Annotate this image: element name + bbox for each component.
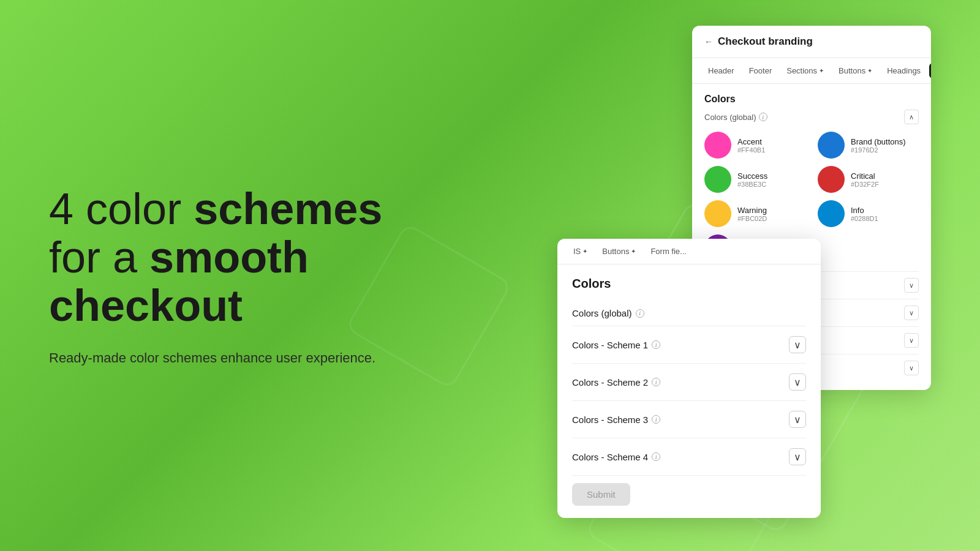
- front-scheme-3-info-icon: i: [652, 415, 660, 424]
- warning-color-name: Warning: [737, 206, 767, 215]
- color-item-warning: Warning #FBC02D: [704, 200, 805, 227]
- color-item-accent: Accent #FF40B1: [704, 132, 805, 159]
- front-panel-tabs: IS ✦ Buttons ✦ Form fie...: [557, 239, 821, 264]
- hero-title: 4 color schemes for a smooth checkout: [49, 185, 382, 331]
- color-item-success: Success #38BE3C: [704, 166, 805, 193]
- hero-title-line2-normal: for a: [49, 233, 137, 282]
- front-scheme-4-label: Colors - Scheme 4: [572, 452, 648, 462]
- tab-footer[interactable]: Footer: [743, 63, 778, 78]
- success-color-hex: #38BE3C: [737, 181, 767, 188]
- warning-color-hex: #FBC02D: [737, 215, 767, 222]
- tab-headings[interactable]: Headings: [881, 63, 927, 78]
- scheme-3-expand-button[interactable]: ∨: [904, 333, 919, 348]
- colors-section-title: Colors: [704, 94, 919, 105]
- front-scheme-row-2: Colors - Scheme 2 i ∨: [572, 364, 806, 401]
- front-global-label: Colors (global): [572, 308, 632, 318]
- colors-global-label: Colors (global) i: [704, 113, 767, 122]
- front-scheme-row-1: Colors - Scheme 1 i ∨: [572, 326, 806, 364]
- panel-back-header: ← Checkout branding: [692, 26, 931, 58]
- accent-color-circle: [704, 132, 731, 159]
- panel-back-tabs: Header Footer Sections ✦ Buttons ✦ Headi…: [692, 58, 931, 84]
- front-scheme-2-label: Colors - Scheme 2: [572, 377, 648, 388]
- front-tab-formfields[interactable]: Form fie...: [644, 244, 693, 259]
- warning-color-circle: [704, 200, 731, 227]
- colors-front-panel: IS ✦ Buttons ✦ Form fie... Colors Colors…: [557, 239, 821, 518]
- front-scheme-1-label: Colors - Scheme 1: [572, 340, 648, 350]
- accent-color-name: Accent: [737, 137, 765, 146]
- front-scheme-4-info-icon: i: [652, 452, 660, 461]
- front-scheme-3-expand-button[interactable]: ∨: [789, 411, 806, 428]
- front-global-info-icon: i: [636, 309, 644, 318]
- tab-buttons[interactable]: Buttons ✦: [832, 63, 878, 78]
- success-color-circle: [704, 166, 731, 193]
- front-scheme-row-4: Colors - Scheme 4 i ∨: [572, 438, 806, 476]
- color-item-critical: Critical #D32F2F: [818, 166, 919, 193]
- front-scheme-2-expand-button[interactable]: ∨: [789, 373, 806, 391]
- tab-sections[interactable]: Sections ✦: [780, 63, 830, 78]
- success-color-name: Success: [737, 171, 767, 181]
- hero-title-line2-bold: smooth: [149, 233, 309, 282]
- color-item-brand: Brand (buttons) #1976D2: [818, 132, 919, 159]
- brand-color-name: Brand (buttons): [851, 137, 906, 146]
- scheme-2-expand-button[interactable]: ∨: [904, 305, 919, 320]
- brand-color-hex: #1976D2: [851, 146, 906, 154]
- scheme-4-expand-button[interactable]: ∨: [904, 361, 919, 375]
- panel-back-title: Checkout branding: [718, 36, 813, 48]
- accent-color-hex: #FF40B1: [737, 146, 765, 154]
- critical-color-circle: [818, 166, 845, 193]
- brand-color-circle: [818, 132, 845, 159]
- collapse-global-button[interactable]: ∧: [904, 110, 919, 124]
- tab-colors[interactable]: Colors: [929, 63, 931, 78]
- tab-header[interactable]: Header: [702, 63, 741, 78]
- global-info-icon: i: [759, 113, 767, 121]
- info-color-circle: [818, 200, 845, 227]
- info-color-hex: #0288D1: [851, 215, 878, 222]
- front-scheme-row-3: Colors - Scheme 3 i ∨: [572, 401, 806, 438]
- back-button[interactable]: ←: [704, 37, 713, 47]
- hero-title-line1-bold: schemes: [194, 184, 382, 233]
- front-tab-is[interactable]: IS ✦: [567, 244, 594, 259]
- hero-subtitle: Ready-made color schemes enhance user ex…: [49, 350, 382, 366]
- hero-title-line3-bold: checkout: [49, 282, 243, 331]
- front-panel-body: Colors Colors (global) i Colors - Scheme…: [557, 264, 821, 518]
- front-scheme-3-label: Colors - Scheme 3: [572, 414, 648, 425]
- hero-title-line1-normal: 4 color: [49, 184, 181, 233]
- color-item-info: Info #0288D1: [818, 200, 919, 227]
- hero-content: 4 color schemes for a smooth checkout Re…: [49, 185, 382, 366]
- colors-global-header: Colors (global) i ∧: [704, 110, 919, 124]
- front-panel-submit-button[interactable]: Submit: [572, 483, 630, 506]
- critical-color-hex: #D32F2F: [851, 181, 879, 188]
- critical-color-name: Critical: [851, 171, 879, 181]
- front-section-title: Colors: [572, 277, 806, 291]
- front-scheme-2-info-icon: i: [652, 378, 660, 386]
- front-global-row: Colors (global) i: [572, 301, 806, 326]
- scheme-1-expand-button[interactable]: ∨: [904, 278, 919, 293]
- info-color-name: Info: [851, 206, 878, 215]
- front-scheme-1-expand-button[interactable]: ∨: [789, 336, 806, 353]
- front-scheme-4-expand-button[interactable]: ∨: [789, 448, 806, 465]
- front-tab-buttons[interactable]: Buttons ✦: [596, 244, 642, 259]
- front-scheme-1-info-icon: i: [652, 340, 660, 349]
